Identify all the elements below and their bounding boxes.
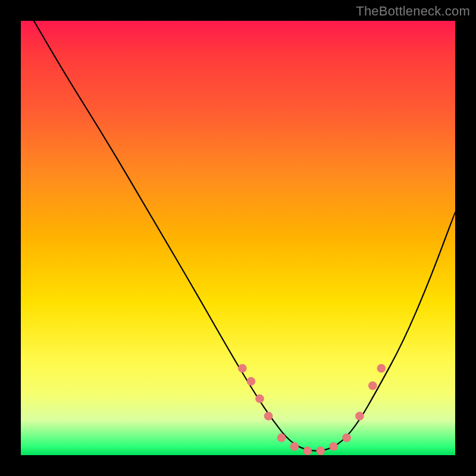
chart-svg — [21, 21, 455, 455]
watermark-text: TheBottleneck.com — [356, 4, 470, 19]
marker-dot — [317, 447, 325, 455]
marker-dot — [377, 364, 386, 372]
marker-dot — [277, 434, 286, 442]
chart-frame: TheBottleneck.com — [0, 0, 476, 476]
marker-dot — [290, 442, 299, 450]
marker-dot — [256, 394, 264, 403]
marker-dot — [303, 447, 312, 455]
marker-dot — [330, 442, 338, 450]
marker-dot — [355, 412, 364, 420]
plot-area — [21, 21, 455, 455]
marker-dots — [238, 364, 386, 455]
marker-dot — [368, 381, 377, 390]
marker-dot — [264, 412, 273, 420]
bottleneck-curve — [34, 21, 455, 451]
marker-dot — [247, 377, 255, 386]
marker-dot — [238, 364, 246, 372]
marker-dot — [343, 434, 351, 442]
